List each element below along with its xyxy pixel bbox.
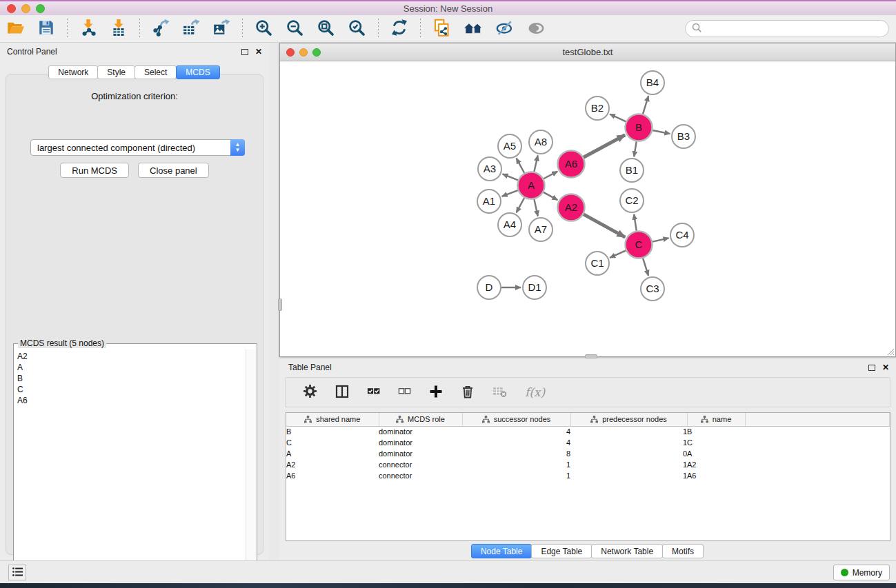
import-network-button[interactable] [77, 17, 100, 40]
graph-node-C2[interactable]: C2 [620, 189, 644, 212]
close-panel-button[interactable]: Close panel [138, 163, 209, 178]
column-header-MCDS-role[interactable]: MCDS role [379, 413, 462, 426]
task-history-button[interactable] [8, 565, 26, 580]
graph-node-A5[interactable]: A5 [498, 134, 521, 158]
refresh-layout-button[interactable] [388, 17, 411, 40]
resize-grip-icon[interactable] [885, 346, 895, 356]
close-network-button[interactable] [286, 48, 295, 57]
result-list-item[interactable]: C [17, 384, 243, 395]
export-table-button[interactable] [179, 17, 203, 40]
close-window-button[interactable] [7, 4, 16, 13]
export-image-button[interactable] [210, 17, 233, 40]
graph-edge-B-B2[interactable] [610, 114, 626, 122]
graph-edge-C-C3[interactable] [643, 258, 648, 276]
table-row[interactable]: A6connector11A6 [286, 470, 890, 481]
tab-style[interactable]: Style [97, 65, 135, 79]
tab-motifs[interactable]: Motifs [662, 544, 704, 558]
graph-node-B[interactable]: B [626, 114, 653, 141]
graph-node-A4[interactable]: A4 [498, 213, 521, 236]
result-list-item[interactable]: A2 [17, 351, 243, 362]
result-scrollbar[interactable] [246, 349, 256, 574]
result-list-item[interactable]: B [17, 373, 243, 384]
graph-node-B2[interactable]: B2 [586, 97, 609, 120]
graph-node-A1[interactable]: A1 [477, 190, 501, 213]
graph-node-A3[interactable]: A3 [478, 157, 501, 181]
tab-network[interactable]: Network [48, 65, 98, 79]
graph-edge-B-B1[interactable] [634, 141, 637, 156]
graph-edge-A-A8[interactable] [534, 156, 537, 172]
graph-edge-A-A7[interactable] [534, 199, 537, 216]
tab-node-table[interactable]: Node Table [471, 544, 532, 558]
add-column-button[interactable] [426, 383, 446, 402]
table-row[interactable]: A2connector11A2 [286, 459, 890, 470]
zoom-window-button[interactable] [36, 4, 45, 13]
table-row[interactable]: Bdominator41B [286, 426, 890, 437]
select-all-button[interactable] [364, 383, 383, 401]
float-panel-icon[interactable] [241, 49, 248, 55]
memory-button[interactable]: Memory [833, 565, 890, 580]
result-list-item[interactable]: A [17, 362, 243, 373]
tab-select[interactable]: Select [135, 65, 177, 79]
function-builder-button[interactable]: f(x) [522, 384, 548, 401]
minimize-window-button[interactable] [21, 4, 30, 13]
graph-node-D1[interactable]: D1 [523, 276, 546, 299]
graph-edge-A-A5[interactable] [517, 159, 525, 173]
minimize-network-button[interactable] [299, 48, 308, 57]
graph-node-B4[interactable]: B4 [641, 71, 664, 94]
table-row[interactable]: Adominator80A [286, 448, 890, 459]
column-header-name[interactable]: name [687, 413, 745, 426]
graph-node-A7[interactable]: A7 [529, 218, 552, 241]
graph-node-B1[interactable]: B1 [620, 159, 644, 182]
close-panel-icon[interactable]: ✕ [255, 47, 262, 57]
tab-edge-table[interactable]: Edge Table [531, 544, 592, 558]
zoom-in-button[interactable] [252, 17, 276, 41]
export-network-button[interactable] [149, 17, 172, 40]
graph-node-B3[interactable]: B3 [672, 125, 695, 148]
zoom-selected-button[interactable] [345, 17, 369, 41]
graph-edge-B-B3[interactable] [653, 130, 670, 134]
graph-edge-C-C1[interactable] [610, 250, 626, 257]
graph-node-A8[interactable]: A8 [529, 130, 552, 154]
mcds-result-list[interactable]: A2ABCA6 [14, 349, 246, 574]
gear-button[interactable] [300, 383, 320, 402]
open-session-button[interactable] [3, 17, 28, 41]
close-panel-icon[interactable]: ✕ [882, 363, 889, 372]
deselect-all-button[interactable] [395, 383, 414, 401]
table-row[interactable]: Cdominator41C [286, 437, 890, 448]
graph-node-C3[interactable]: C3 [641, 277, 664, 301]
graph-edge-A2-C[interactable] [584, 214, 625, 237]
trash-button[interactable] [458, 383, 477, 402]
column-header-predecessor-nodes[interactable]: predecessor nodes [570, 413, 687, 426]
delete-table-button[interactable] [490, 383, 510, 402]
graph-edge-A-A4[interactable] [517, 198, 525, 212]
import-table-button[interactable] [107, 17, 130, 40]
tab-mcds[interactable]: MCDS [176, 65, 219, 79]
run-mcds-button[interactable]: Run MCDS [60, 163, 129, 178]
graph-node-D[interactable]: D [477, 276, 501, 299]
houses-button[interactable] [461, 17, 486, 41]
graph-node-A6[interactable]: A6 [558, 151, 585, 178]
split-columns-button[interactable] [332, 383, 352, 402]
tab-network-table[interactable]: Network Table [591, 544, 663, 558]
graph-node-C4[interactable]: C4 [670, 223, 694, 247]
eye-crossed-button[interactable] [492, 17, 517, 41]
graph-edge-A6-B[interactable] [584, 135, 625, 158]
zoom-fit-button[interactable] [314, 17, 338, 41]
graph-edge-B-B4[interactable] [643, 96, 648, 114]
search-input[interactable] [706, 24, 883, 34]
clone-network-button[interactable] [430, 17, 454, 41]
graph-node-A2[interactable]: A2 [558, 194, 585, 221]
graph-edge-A-A6[interactable] [544, 172, 557, 179]
result-list-item[interactable]: A6 [17, 395, 243, 406]
network-canvas[interactable]: B4B2BB3A5A8A6A3B1AA1C2A2A4A7C4CC1C3DD1 [280, 61, 895, 356]
column-header-shared-name[interactable]: shared name [286, 413, 379, 426]
graph-edge-A-A3[interactable] [503, 174, 518, 180]
graph-node-C1[interactable]: C1 [586, 252, 609, 275]
network-window-titlebar[interactable]: testGlobe.txt [280, 43, 895, 61]
graph-edge-C-C2[interactable] [634, 214, 637, 231]
panel-grip[interactable] [278, 298, 282, 311]
column-header-successor-nodes[interactable]: successor nodes [462, 413, 570, 426]
graph-edge-A-A1[interactable] [502, 190, 518, 196]
graph-node-C[interactable]: C [626, 232, 653, 258]
graph-edge-C-C4[interactable] [653, 238, 669, 241]
